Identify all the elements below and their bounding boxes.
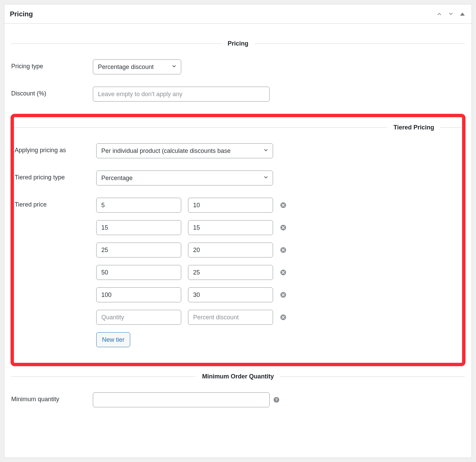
label-tiered-type: Tiered pricing type (15, 171, 96, 181)
close-icon (280, 291, 287, 298)
tier-value-input[interactable] (188, 220, 273, 235)
tier-delete-button[interactable] (280, 291, 287, 298)
label-tiered-price: Tiered price (15, 198, 96, 208)
tier-row (96, 287, 461, 302)
tier-value-input[interactable] (188, 243, 273, 257)
tier-value-input[interactable] (188, 198, 273, 213)
row-min-qty: Minimum quantity ? (11, 392, 465, 407)
tier-value-input[interactable] (188, 310, 273, 325)
label-discount-pct: Discount (%) (11, 87, 93, 97)
tier-qty-input[interactable] (96, 287, 181, 302)
row-applying-as: Applying pricing as Per individual produ… (15, 143, 461, 158)
min-qty-input[interactable] (93, 392, 270, 407)
tier-qty-input[interactable] (96, 265, 181, 280)
close-icon (280, 224, 287, 231)
help-icon[interactable]: ? (273, 396, 280, 403)
close-icon (280, 269, 287, 276)
panel-header: Pricing (4, 4, 472, 24)
tiered-pricing-highlight: Tiered Pricing Applying pricing as Per i… (11, 114, 465, 366)
pricing-panel: Pricing Pricing Pricing type (4, 4, 472, 458)
panel-actions (437, 12, 465, 16)
tier-qty-input[interactable] (96, 220, 181, 235)
new-tier-button[interactable]: New tier (96, 332, 130, 347)
close-icon (280, 314, 287, 321)
label-applying-as: Applying pricing as (15, 143, 96, 154)
close-icon (280, 202, 287, 209)
row-tiered-type: Tiered pricing type Percentage (15, 171, 461, 185)
row-discount-pct: Discount (%) (11, 87, 465, 102)
pricing-type-select[interactable]: Percentage discount (93, 59, 181, 74)
tier-qty-input[interactable] (96, 310, 181, 325)
svg-text:?: ? (275, 397, 277, 402)
chevron-down-icon (259, 175, 269, 182)
close-icon (280, 247, 287, 253)
tier-value-input[interactable] (188, 287, 273, 302)
tier-value-input[interactable] (188, 265, 273, 280)
row-pricing-type: Pricing type Percentage discount (11, 59, 465, 74)
section-heading-tiered: Tiered Pricing (15, 124, 461, 131)
discount-pct-input[interactable] (93, 87, 270, 102)
tier-row (96, 198, 461, 213)
tier-qty-input[interactable] (96, 243, 181, 257)
applying-as-select[interactable]: Per individual product (calculate discou… (96, 143, 273, 158)
chevron-up-icon[interactable] (437, 12, 442, 16)
tiered-type-select[interactable]: Percentage (96, 171, 273, 185)
section-heading-min-qty: Minimum Order Quantity (11, 373, 465, 380)
tier-row (96, 243, 461, 257)
tier-row (96, 265, 461, 280)
label-pricing-type: Pricing type (11, 59, 93, 70)
tier-delete-button[interactable] (280, 314, 287, 321)
section-heading-pricing: Pricing (11, 40, 465, 47)
tier-delete-button[interactable] (280, 224, 287, 231)
tier-row (96, 310, 461, 325)
tier-delete-button[interactable] (280, 202, 287, 209)
row-tiered-price: Tiered price New tier (15, 198, 461, 347)
label-min-qty: Minimum quantity (11, 392, 93, 403)
chevron-down-icon (259, 147, 269, 155)
tier-delete-button[interactable] (280, 247, 287, 253)
panel-title: Pricing (10, 10, 33, 18)
chevron-down-icon[interactable] (448, 12, 453, 16)
panel-body: Pricing Pricing type Percentage discount… (4, 24, 472, 458)
collapse-toggle-icon[interactable] (460, 13, 465, 16)
tier-row (96, 220, 461, 235)
chevron-down-icon (167, 64, 177, 71)
tier-qty-input[interactable] (96, 198, 181, 213)
tiers-list: New tier (96, 198, 461, 347)
tier-delete-button[interactable] (280, 269, 287, 276)
